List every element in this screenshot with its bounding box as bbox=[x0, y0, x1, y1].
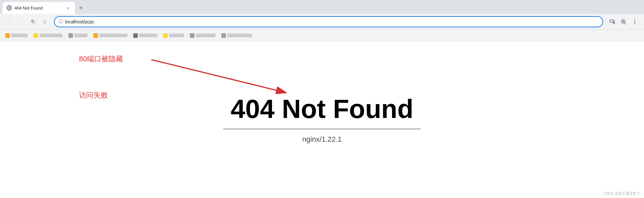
page-content: 404 Not Found nginx/1.22.1 80端口被隐藏 访问失败 … bbox=[0, 42, 644, 198]
tab-title: 404 Not Found bbox=[14, 6, 62, 11]
back-button[interactable]: ← bbox=[4, 16, 14, 27]
svg-line-6 bbox=[625, 23, 627, 24]
forward-button[interactable]: → bbox=[16, 16, 26, 27]
url-display: localhost/pcpc bbox=[65, 19, 599, 24]
bookmark-label-5 bbox=[139, 34, 157, 37]
bookmark-favicon-3 bbox=[68, 33, 73, 38]
bookmark-item-2[interactable] bbox=[31, 31, 65, 40]
svg-point-10 bbox=[634, 21, 635, 22]
bookmark-label-1 bbox=[11, 34, 28, 37]
bookmark-item-4[interactable] bbox=[91, 31, 130, 40]
nginx-404-page: 404 Not Found nginx/1.22.1 bbox=[0, 42, 644, 198]
tab-favicon bbox=[7, 5, 12, 11]
navigation-bar: ← → ↻ ⌂ ⓘ localhost/pcpc bbox=[0, 14, 644, 30]
bookmark-item-1[interactable] bbox=[3, 31, 30, 40]
nginx-version: nginx/1.22.1 bbox=[302, 135, 342, 144]
home-button[interactable]: ⌂ bbox=[39, 16, 50, 27]
bookmark-label-7 bbox=[196, 34, 215, 37]
browser-chrome: 404 Not Found × + ← → ↻ ⌂ ⓘ localhost/pc… bbox=[0, 0, 644, 42]
bookmark-item-8[interactable] bbox=[219, 31, 255, 40]
bookmark-favicon-2 bbox=[34, 33, 38, 38]
bookmark-label-6 bbox=[169, 34, 184, 37]
bookmark-label-4 bbox=[99, 34, 127, 37]
bookmark-favicon-4 bbox=[93, 33, 98, 38]
menu-button[interactable] bbox=[630, 16, 640, 27]
error-heading: 404 Not Found bbox=[231, 96, 413, 122]
security-info-icon: ⓘ bbox=[59, 19, 63, 25]
translate-button[interactable] bbox=[607, 16, 618, 27]
tab-bar: 404 Not Found × + bbox=[0, 0, 644, 14]
bookmark-item-6[interactable] bbox=[161, 31, 186, 40]
back-icon: ← bbox=[7, 19, 12, 25]
toolbar-right bbox=[607, 16, 640, 27]
bookmarks-bar bbox=[0, 30, 644, 42]
bookmark-item-7[interactable] bbox=[187, 31, 218, 40]
bookmark-favicon-8 bbox=[221, 33, 226, 38]
bookmark-label-3 bbox=[74, 34, 87, 37]
bookmark-favicon-5 bbox=[133, 33, 138, 38]
zoom-button[interactable] bbox=[618, 16, 629, 27]
new-tab-button[interactable]: + bbox=[76, 3, 86, 13]
tab-close-button[interactable]: × bbox=[65, 5, 71, 11]
csdn-watermark: CSDN @尿不湿没有了 bbox=[604, 191, 640, 196]
bookmark-item-5[interactable] bbox=[131, 31, 160, 40]
svg-point-9 bbox=[634, 19, 635, 20]
home-icon: ⌂ bbox=[43, 19, 46, 25]
divider bbox=[223, 129, 421, 129]
bookmark-item-3[interactable] bbox=[66, 31, 90, 40]
reload-button[interactable]: ↻ bbox=[28, 16, 38, 27]
bookmark-label-2 bbox=[39, 34, 62, 37]
bookmark-label-8 bbox=[227, 34, 252, 37]
active-tab[interactable]: 404 Not Found × bbox=[3, 2, 75, 14]
address-bar[interactable]: ⓘ localhost/pcpc bbox=[54, 16, 603, 27]
forward-icon: → bbox=[18, 19, 24, 25]
bookmark-favicon-6 bbox=[163, 33, 168, 38]
reload-icon: ↻ bbox=[31, 18, 35, 25]
bookmark-favicon-7 bbox=[190, 33, 194, 38]
svg-point-11 bbox=[634, 23, 635, 24]
bookmark-favicon-1 bbox=[5, 33, 10, 38]
